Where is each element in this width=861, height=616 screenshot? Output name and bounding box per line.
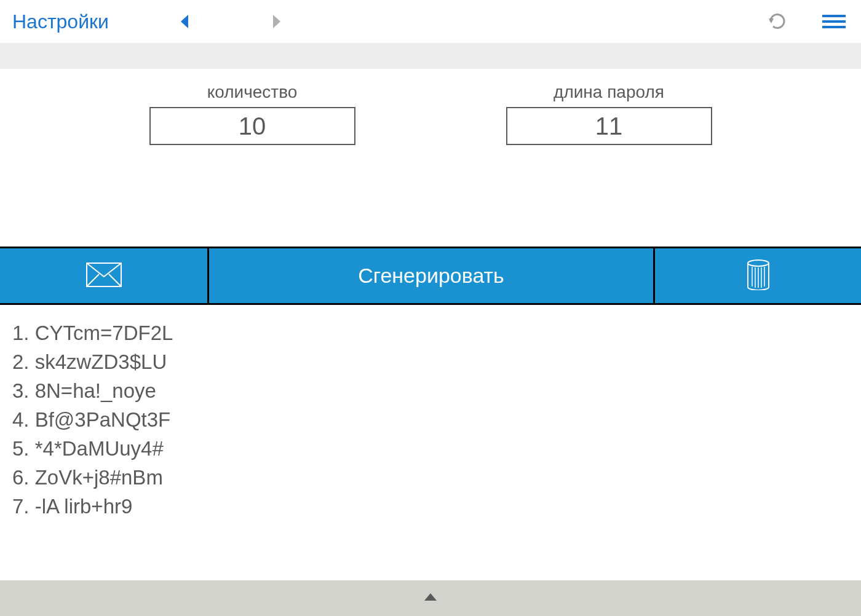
- svg-marker-1: [273, 15, 280, 28]
- top-right-controls: [766, 10, 846, 33]
- password-item: 1. CYTcm=7DF2L: [12, 318, 849, 347]
- password-item: 4. Bf@3PaNQt3F: [12, 405, 849, 434]
- chevron-up-icon: [422, 592, 439, 604]
- separator-strip: [0, 43, 861, 69]
- generate-label: Сгенерировать: [358, 264, 504, 288]
- input-section: количество 10 длина пароля 11: [0, 69, 861, 145]
- settings-link[interactable]: Настройки: [12, 10, 109, 33]
- length-label: длина пароля: [554, 82, 664, 102]
- expand-bar[interactable]: [0, 580, 861, 616]
- password-item: 6. ZoVk+j8#nBm: [12, 463, 849, 492]
- password-list: 1. CYTcm=7DF2L 2. sk4zwZD3$LU 3. 8N=ha!_…: [0, 305, 861, 526]
- generate-button[interactable]: Сгенерировать: [209, 248, 655, 303]
- top-bar: Настройки: [0, 0, 861, 43]
- length-input-group: длина пароля 11: [506, 82, 712, 145]
- trash-icon: [746, 259, 771, 293]
- count-input[interactable]: 10: [149, 107, 355, 145]
- password-item: 7. -lA lirb+hr9: [12, 492, 849, 521]
- menu-icon[interactable]: [822, 15, 846, 28]
- password-item: 5. *4*DaMUuy4#: [12, 434, 849, 463]
- svg-marker-10: [424, 593, 437, 601]
- length-input[interactable]: 11: [506, 107, 712, 145]
- svg-marker-0: [181, 15, 188, 28]
- svg-point-4: [748, 260, 769, 266]
- undo-icon[interactable]: [766, 10, 788, 33]
- forward-arrow-icon: [271, 14, 282, 30]
- svg-marker-2: [769, 18, 774, 23]
- password-item: 3. 8N=ha!_noye: [12, 376, 849, 405]
- mail-icon: [85, 262, 122, 290]
- count-label: количество: [207, 82, 298, 102]
- mail-button[interactable]: [0, 248, 209, 303]
- count-input-group: количество 10: [149, 82, 355, 145]
- back-arrow-icon[interactable]: [180, 14, 191, 30]
- button-bar: Сгенерировать: [0, 247, 861, 305]
- password-item: 2. sk4zwZD3$LU: [12, 347, 849, 376]
- trash-button[interactable]: [655, 248, 861, 303]
